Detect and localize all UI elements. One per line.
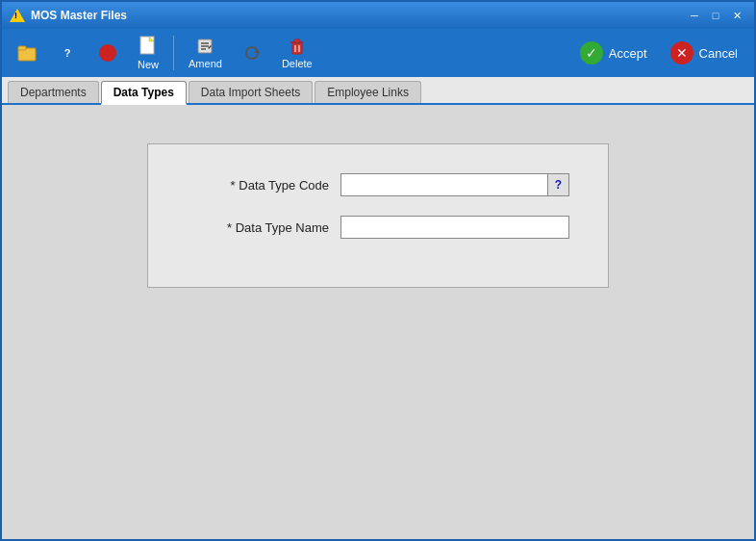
tab-data-types[interactable]: Data Types [101, 81, 187, 105]
help-button[interactable]: ? [48, 33, 87, 73]
close-button[interactable]: ✕ [727, 7, 746, 24]
minimize-button[interactable]: ─ [685, 7, 704, 24]
accept-label: Accept [609, 46, 647, 61]
form-panel: * Data Type Code ? * Data Type Name [147, 143, 609, 288]
open-button[interactable] [8, 33, 46, 73]
document-new-icon [138, 36, 159, 57]
cancel-label: Cancel [699, 46, 738, 61]
toolbar: ? New [2, 29, 754, 77]
svg-rect-9 [292, 43, 302, 54]
main-window: MOS Master Files ─ □ ✕ ? [0, 0, 756, 541]
title-bar: MOS Master Files ─ □ ✕ [2, 2, 754, 29]
accept-icon: ✓ [580, 41, 603, 64]
tab-data-import-sheets[interactable]: Data Import Sheets [189, 81, 313, 103]
svg-rect-11 [294, 39, 300, 42]
stop-button[interactable] [88, 33, 127, 73]
accept-button[interactable]: ✓ Accept [569, 33, 658, 73]
delete-button[interactable]: Delete [273, 33, 321, 73]
tab-employee-links[interactable]: Employee Links [315, 81, 421, 103]
data-type-code-input[interactable] [340, 173, 548, 196]
help-icon: ? [57, 42, 78, 64]
main-content: * Data Type Code ? * Data Type Name [2, 105, 754, 539]
refresh-button[interactable] [233, 33, 271, 73]
maximize-button[interactable]: □ [706, 7, 725, 24]
delete-icon [287, 37, 308, 56]
amend-icon [194, 37, 215, 56]
data-type-code-row: * Data Type Code ? [187, 173, 569, 196]
window-controls: ─ □ ✕ [685, 7, 746, 24]
cancel-button[interactable]: ✕ Cancel [660, 33, 748, 73]
svg-marker-8 [254, 49, 260, 53]
data-type-name-row: * Data Type Name [187, 216, 569, 239]
window-title: MOS Master Files [31, 9, 685, 22]
app-icon [10, 8, 25, 23]
toolbar-actions: ✓ Accept ✕ Cancel [569, 33, 748, 73]
data-type-code-label: * Data Type Code [187, 178, 340, 193]
cancel-icon: ✕ [670, 41, 693, 64]
svg-rect-1 [18, 46, 26, 50]
stop-icon [97, 42, 118, 64]
new-label: New [138, 59, 159, 70]
amend-button[interactable]: Amend [180, 33, 231, 73]
refresh-icon [241, 42, 263, 64]
new-button[interactable]: New [129, 33, 167, 73]
tab-departments[interactable]: Departments [8, 81, 99, 103]
data-type-name-label: * Data Type Name [187, 220, 340, 235]
tab-bar: Departments Data Types Data Import Sheet… [2, 77, 754, 105]
data-type-code-input-group: ? [340, 173, 569, 196]
delete-label: Delete [282, 58, 313, 69]
amend-label: Amend [189, 58, 222, 69]
data-type-code-help-button[interactable]: ? [548, 173, 569, 196]
open-icon [16, 42, 38, 64]
toolbar-sep-1 [173, 36, 174, 70]
data-type-name-input[interactable] [340, 216, 569, 239]
